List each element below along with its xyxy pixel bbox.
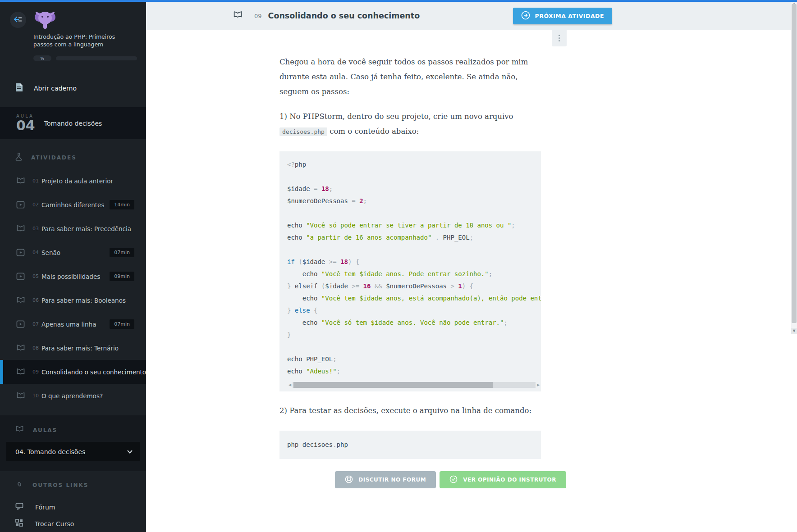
code-block-lines: <?php $idade = 18;$numeroDePessoas = 2; … <box>287 159 541 377</box>
sidebar-activity-item[interactable]: 08 Para saber mais: Ternário <box>0 336 146 360</box>
activity-duration-badge: 07min <box>110 319 134 329</box>
footer-actions: DISCUTIR NO FORUM VER OPINIÃO DO INSTRUT… <box>279 471 566 488</box>
lifebuoy-icon <box>345 475 353 485</box>
sidebar-course-header: Introdução ao PHP: Primeiros passos com … <box>0 2 146 61</box>
inline-code-filename: decisoes.php <box>279 127 327 136</box>
main-area: 09 Consolidando o seu conhecimento PRÓXI… <box>146 2 797 532</box>
scroll-right-arrow-icon[interactable]: ▶ <box>536 382 541 388</box>
php-elephant-logo-icon <box>33 23 57 32</box>
sidebar-activity-item[interactable]: 04 Senão 07min <box>0 241 146 264</box>
sidebar-activity-item[interactable]: 10 O que aprendemos? <box>0 384 146 408</box>
video-icon <box>16 201 26 209</box>
sidebar: Introdução ao PHP: Primeiros passos com … <box>0 2 146 532</box>
lesson-number: 04 <box>16 118 35 133</box>
activity-number: 08 <box>32 345 41 351</box>
book-icon <box>233 11 243 21</box>
activity-duration-badge: 14min <box>110 200 134 209</box>
activity-number: 02 <box>32 202 41 208</box>
switch-course-link[interactable]: Trocar Curso <box>0 515 146 532</box>
activity-label: Projeto da aula anterior <box>41 177 113 185</box>
open-notebook-button[interactable]: Abrir caderno <box>0 74 146 103</box>
page-title: Consolidando o seu conhecimento <box>268 11 420 20</box>
activities-section-header: ATIVIDADES <box>0 153 146 163</box>
more-options-button[interactable] <box>552 30 567 46</box>
book-icon <box>16 296 26 304</box>
activity-duration-badge: 09min <box>110 272 134 281</box>
command-code-lines: php decisoes.php <box>287 439 533 451</box>
page-vertical-scrollbar[interactable]: ▲ ▼ <box>791 2 797 334</box>
open-notebook-label: Abrir caderno <box>34 85 77 92</box>
book-icon <box>16 177 26 185</box>
activity-label: Senão <box>41 249 60 256</box>
book-icon <box>16 225 26 232</box>
course-title-line1: Introdução ao PHP: Primeiros <box>33 33 137 41</box>
aulas-dropdown-value: 04. Tomando decisões <box>15 448 85 455</box>
sidebar-activity-item[interactable]: 07 Apenas uma linha 07min <box>0 312 146 336</box>
kebab-icon <box>559 35 560 36</box>
activity-label: Mais possibilidades <box>41 273 100 280</box>
sidebar-activity-item[interactable]: 02 Caminhos diferentes 14min <box>0 193 146 217</box>
sidebar-activity-item[interactable]: 01 Projeto da aula anterior <box>0 169 146 193</box>
activity-label: Para saber mais: Ternário <box>41 345 119 352</box>
arrow-right-circle-icon <box>521 11 530 21</box>
paragraph-intro: Chegou a hora de você seguir todos os pa… <box>279 55 541 99</box>
other-links-header: OUTROS LINKS <box>0 480 146 490</box>
collapse-sidebar-button[interactable] <box>10 12 26 28</box>
book-icon <box>16 392 26 400</box>
activity-number: 01 <box>32 178 41 184</box>
lesson-title: Tomando decisões <box>44 120 102 127</box>
activity-number: 10 <box>32 393 41 399</box>
activity-label: O que aprendemos? <box>41 392 103 400</box>
aulas-header-label: AULAS <box>33 427 57 433</box>
sidebar-activity-item[interactable]: 03 Para saber mais: Precedência <box>0 217 146 241</box>
aulas-section-header: AULAS <box>0 425 146 435</box>
progress-percent-badge: % <box>33 55 51 61</box>
chevron-down-icon <box>127 450 133 454</box>
video-icon <box>16 273 26 280</box>
activity-number: 09 <box>32 369 41 375</box>
activity-header: 09 Consolidando o seu conhecimento PRÓXI… <box>146 2 797 30</box>
activity-duration-badge: 07min <box>110 248 134 257</box>
document-icon <box>15 83 23 94</box>
book-icon <box>15 425 24 435</box>
code-horizontal-scrollbar[interactable]: ◀ ▶ <box>287 382 541 388</box>
activity-number: 07 <box>32 321 41 327</box>
page: Introdução ao PHP: Primeiros passos com … <box>0 0 797 532</box>
next-activity-label: PRÓXIMA ATIVIDADE <box>535 13 604 19</box>
sidebar-activity-item[interactable]: 09 Consolidando o seu conhecimento <box>0 360 146 384</box>
scroll-down-arrow-icon[interactable]: ▼ <box>791 328 797 334</box>
instructor-opinion-button[interactable]: VER OPINIÃO DO INSTRUTOR <box>440 471 566 488</box>
activity-content: Chegou a hora de você seguir todos os pa… <box>279 30 541 488</box>
activity-label: Caminhos diferentes <box>41 201 104 209</box>
activity-list: 01 Projeto da aula anterior 02 Caminhos … <box>0 169 146 408</box>
scroll-left-arrow-icon[interactable]: ◀ <box>287 382 293 388</box>
step1-text-before: 1) No PHPStorm, dentro do seu projeto, c… <box>279 112 513 121</box>
next-activity-button[interactable]: PRÓXIMA ATIVIDADE <box>513 8 612 24</box>
progress-bar <box>56 56 137 60</box>
link-icon <box>15 480 23 490</box>
sidebar-activity-item[interactable]: 05 Mais possibilidades 09min <box>0 264 146 288</box>
scrollbar-track[interactable] <box>293 382 536 388</box>
scrollbar-thumb[interactable] <box>293 382 493 388</box>
activity-number: 04 <box>32 250 41 255</box>
switch-course-link-label: Trocar Curso <box>35 520 74 527</box>
course-title-line2: passos com a linguagem <box>33 41 137 49</box>
activity-label: Consolidando o seu conhecimento <box>41 368 146 376</box>
video-icon <box>16 249 26 256</box>
discuss-forum-button[interactable]: DISCUTIR NO FORUM <box>335 471 436 488</box>
activity-header-number: 09 <box>254 13 262 19</box>
step1-text-after: com o conteúdo abaixo: <box>327 127 419 136</box>
activities-header-label: ATIVIDADES <box>31 155 77 161</box>
activity-number: 06 <box>32 297 41 303</box>
activity-number: 03 <box>32 226 41 232</box>
command-code-block: php decisoes.php <box>279 431 541 459</box>
php-code-block: <?php $idade = 18;$numeroDePessoas = 2; … <box>279 151 541 391</box>
aulas-dropdown[interactable]: 04. Tomando decisões <box>6 442 140 461</box>
book-icon <box>16 368 26 376</box>
video-icon <box>16 320 26 328</box>
forum-link[interactable]: Fórum <box>0 499 146 515</box>
sidebar-activity-item[interactable]: 06 Para saber mais: Booleanos <box>0 288 146 312</box>
activity-label: Para saber mais: Precedência <box>41 225 131 232</box>
page-scrollbar-thumb[interactable] <box>792 4 797 323</box>
discuss-forum-label: DISCUTIR NO FORUM <box>358 477 426 483</box>
